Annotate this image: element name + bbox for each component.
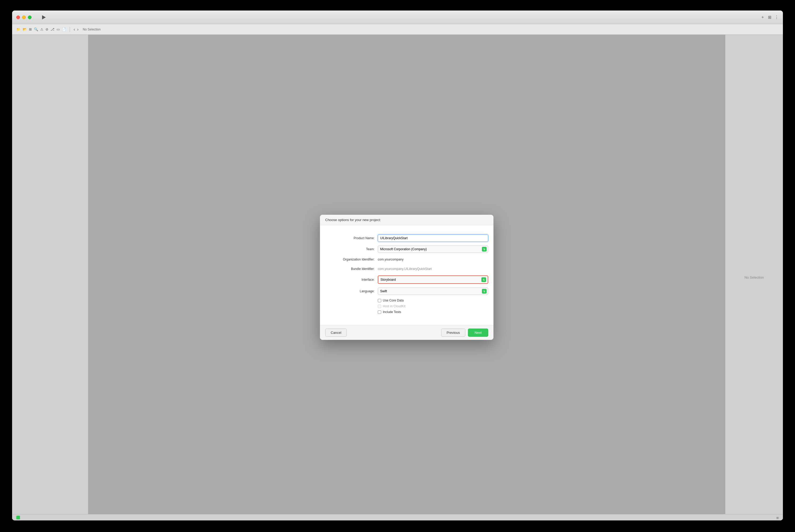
add-button[interactable]: ＋ xyxy=(761,15,765,20)
product-name-row: Product Name: xyxy=(325,234,488,242)
xmark-folder-icon[interactable]: 📂 xyxy=(23,27,27,31)
no-selection-label: No Selection xyxy=(83,27,101,31)
branch-icon[interactable]: ⎇ xyxy=(51,27,54,31)
inspector-button[interactable]: ⋮ xyxy=(775,15,779,20)
use-core-data-row: Use Core Data xyxy=(325,299,488,302)
team-row: Team: Microsoft Corporation (Company) ⇅ xyxy=(325,246,488,253)
form-container: Product Name: Team: Microsoft Corporatio… xyxy=(325,234,488,316)
cancel-button[interactable]: Cancel xyxy=(325,328,347,337)
right-panel: No Selection xyxy=(725,35,783,520)
nav-forward-button[interactable]: › xyxy=(77,27,78,32)
stop-icon[interactable]: ⊘ xyxy=(45,27,49,31)
toolbar-right: ＋ ⊞ ⋮ xyxy=(761,15,779,20)
maximize-button[interactable] xyxy=(28,16,32,19)
interface-select-highlighted-wrapper: Storyboard SwiftUI ⇅ xyxy=(378,276,488,284)
modal-body: Product Name: Team: Microsoft Corporatio… xyxy=(320,225,493,325)
team-select-wrapper: Microsoft Corporation (Company) ⇅ xyxy=(378,246,488,253)
sidebar xyxy=(12,35,88,520)
no-selection-right-label: No Selection xyxy=(744,276,764,280)
footer-right-buttons: Previous Next xyxy=(441,328,488,337)
host-cloudkit-label: Host in CloudKit xyxy=(383,304,405,308)
layout-icon[interactable]: ⊞ xyxy=(776,516,779,519)
content-area: Choose options for your new project: Pro… xyxy=(12,35,783,520)
toolbar-divider xyxy=(70,27,70,32)
team-select[interactable]: Microsoft Corporation (Company) xyxy=(378,246,488,253)
language-row: Language: Swift Objective-C ⇅ xyxy=(325,288,488,295)
main-content: Choose options for your new project: Pro… xyxy=(88,35,725,520)
minimize-button[interactable] xyxy=(22,16,26,19)
product-name-input[interactable] xyxy=(378,234,488,242)
include-tests-checkbox[interactable] xyxy=(378,310,381,314)
modal-title-bar: Choose options for your new project: xyxy=(320,215,493,225)
note-icon[interactable]: 📄 xyxy=(62,27,66,31)
status-right: ⊞ xyxy=(776,515,779,520)
bundle-id-row: Bundle Identifier: com.yourcompany.UILib… xyxy=(325,266,488,272)
close-button[interactable] xyxy=(16,16,20,19)
language-select-wrapper: Swift Objective-C ⇅ xyxy=(378,288,488,295)
interface-select[interactable]: Storyboard SwiftUI xyxy=(378,276,488,283)
product-name-label: Product Name: xyxy=(325,236,378,240)
interface-label: Interface: xyxy=(325,278,378,282)
team-label: Team: xyxy=(325,247,378,251)
language-label: Language: xyxy=(325,289,378,293)
folder-icon[interactable]: 📁 xyxy=(16,27,20,31)
bundle-id-label: Bundle Identifier: xyxy=(325,267,378,271)
toolbar-row2: 📁 📂 ⊞ 🔍 ⚠ ⊘ ⎇ ▭ 📄 ‹ › No Selection xyxy=(12,24,783,35)
traffic-lights xyxy=(16,16,32,19)
layout-button[interactable]: ⊞ xyxy=(768,15,771,20)
diff-icon[interactable]: ⊞ xyxy=(29,27,32,31)
status-bar: ⊞ xyxy=(12,514,783,520)
org-id-label: Organization Identifier: xyxy=(325,258,378,261)
rect-icon[interactable]: ▭ xyxy=(57,27,60,31)
interface-row: Interface: Storyboard SwiftUI ⇅ xyxy=(325,276,488,284)
title-bar: ＋ ⊞ ⋮ xyxy=(12,11,783,24)
new-project-modal: Choose options for your new project: Pro… xyxy=(320,215,493,340)
next-button[interactable]: Next xyxy=(468,328,488,337)
previous-button[interactable]: Previous xyxy=(441,328,466,337)
use-core-data-label[interactable]: Use Core Data xyxy=(383,299,403,302)
use-core-data-checkbox[interactable] xyxy=(378,299,381,302)
run-icon xyxy=(42,15,46,19)
include-tests-label[interactable]: Include Tests xyxy=(383,310,401,314)
run-button[interactable] xyxy=(42,15,46,19)
org-id-value: com.yourcompany xyxy=(378,256,488,262)
org-id-row: Organization Identifier: com.yourcompany xyxy=(325,256,488,262)
status-indicator xyxy=(16,516,20,519)
host-cloudkit-checkbox[interactable] xyxy=(378,305,381,308)
host-cloudkit-row: Host in CloudKit xyxy=(325,304,488,308)
nav-back-button[interactable]: ‹ xyxy=(74,27,75,32)
include-tests-row: Include Tests xyxy=(325,310,488,314)
warning-icon[interactable]: ⚠ xyxy=(40,27,43,31)
language-select[interactable]: Swift Objective-C xyxy=(378,288,488,295)
search-icon[interactable]: 🔍 xyxy=(34,27,38,31)
xcode-window: ＋ ⊞ ⋮ 📁 📂 ⊞ 🔍 ⚠ ⊘ ⎇ ▭ 📄 ‹ › No Selection xyxy=(12,11,783,520)
modal-overlay: Choose options for your new project: Pro… xyxy=(88,35,725,520)
modal-footer: Cancel Previous Next xyxy=(320,325,493,340)
bundle-id-value: com.yourcompany.UILibraryQuickStart xyxy=(378,266,488,272)
modal-title: Choose options for your new project: xyxy=(325,218,381,222)
